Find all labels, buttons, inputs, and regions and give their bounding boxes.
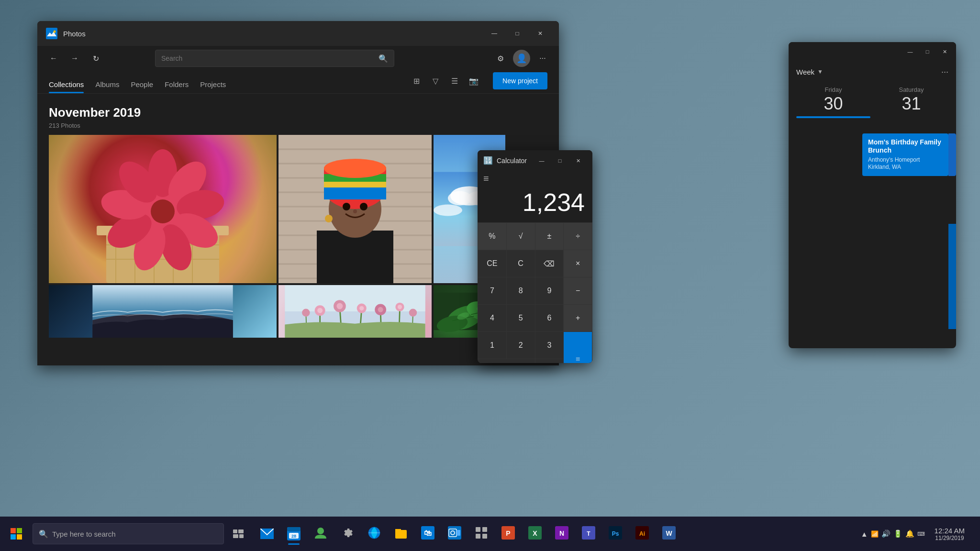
photo-cell-woman[interactable]: [278, 135, 432, 283]
calc-2-button[interactable]: 2: [507, 332, 535, 359]
calc-0-button[interactable]: 0: [478, 359, 535, 363]
calendar-minimize-button[interactable]: —: [902, 46, 918, 57]
calc-divide-button[interactable]: ÷: [564, 223, 592, 250]
svg-rect-57: [285, 285, 425, 311]
svg-point-105: [451, 531, 454, 534]
taskbar-app-excel[interactable]: X: [523, 521, 547, 546]
svg-text:Ps: Ps: [612, 530, 619, 537]
search-icon[interactable]: 🔍: [379, 54, 388, 63]
week-selector[interactable]: Week ▼: [796, 68, 823, 76]
battery-icon[interactable]: 🔋: [893, 529, 902, 538]
taskbar-app-people[interactable]: [308, 521, 333, 546]
calc-multiply-button[interactable]: ×: [564, 250, 592, 277]
wifi-icon[interactable]: 📶: [871, 530, 879, 538]
taskbar-search[interactable]: 🔍 Type here to search: [33, 523, 224, 544]
calc-6-button[interactable]: 6: [535, 305, 564, 331]
start-button[interactable]: [4, 521, 29, 546]
event-title: Mom's Birthday Family Brunch: [868, 138, 943, 154]
calc-decimal-button[interactable]: .: [535, 359, 564, 363]
calc-1-button[interactable]: 1: [478, 332, 506, 359]
new-project-button[interactable]: New project: [493, 72, 547, 89]
calculator-close-button[interactable]: ✕: [569, 154, 587, 167]
photos-maximize-button[interactable]: □: [506, 26, 528, 41]
tab-folders[interactable]: Folders: [165, 80, 189, 93]
calc-sqrt-button[interactable]: √: [507, 223, 535, 250]
taskbar-app-mail[interactable]: [255, 521, 279, 546]
camera-button[interactable]: 📷: [466, 73, 481, 88]
calc-ce-button[interactable]: CE: [478, 250, 506, 277]
calc-9-button[interactable]: 9: [535, 277, 564, 304]
taskbar-app-outlook[interactable]: [442, 521, 467, 546]
taskbar-app-calendar[interactable]: 28: [281, 521, 306, 546]
calc-5-button[interactable]: 5: [507, 305, 535, 331]
calendar-more-button[interactable]: ···: [941, 67, 948, 77]
svg-rect-91: [287, 527, 301, 531]
tab-projects[interactable]: Projects: [200, 80, 226, 93]
taskbar-app-word[interactable]: W: [657, 521, 681, 546]
filter-button[interactable]: ▽: [428, 73, 443, 88]
calc-percent-button[interactable]: %: [478, 223, 506, 250]
calc-7-button[interactable]: 7: [478, 277, 506, 304]
tab-collections[interactable]: Collections: [49, 80, 84, 93]
svg-text:28: 28: [291, 534, 296, 539]
pink-flowers-photo: [278, 285, 432, 338]
powerpoint-icon: P: [501, 526, 515, 541]
calc-3-button[interactable]: 3: [535, 332, 564, 359]
calendar-maximize-button[interactable]: □: [920, 46, 935, 57]
store-icon: 🛍: [421, 526, 434, 541]
calculator-menu-button[interactable]: ≡: [478, 171, 592, 186]
taskbar-app-photoshop[interactable]: Ps: [603, 521, 628, 546]
more-options-button[interactable]: ···: [534, 50, 551, 67]
grid-view-button[interactable]: ⊞: [409, 73, 424, 88]
photos-minimize-button[interactable]: —: [483, 26, 505, 41]
user-avatar[interactable]: 👤: [513, 50, 530, 67]
tab-people[interactable]: People: [131, 80, 153, 93]
view-controls: ⊞ ▽ ☰ 📷 New project: [409, 72, 547, 93]
list-view-button[interactable]: ☰: [447, 73, 462, 88]
taskbar-app-onenote[interactable]: N: [549, 521, 574, 546]
photo-cell-pink-flowers[interactable]: [278, 285, 432, 338]
volume-icon[interactable]: 🔊: [881, 529, 891, 538]
photo-cell-ocean[interactable]: [49, 285, 277, 338]
photos-close-button[interactable]: ✕: [529, 26, 551, 41]
apps-grid-icon: [475, 526, 488, 541]
taskbar-app-browser[interactable]: [362, 521, 387, 546]
photo-cell-flowers[interactable]: [49, 135, 277, 283]
show-desktop-button[interactable]: [970, 521, 976, 546]
notifications-icon[interactable]: 🔔: [905, 529, 914, 538]
calc-add-button[interactable]: +: [564, 305, 592, 331]
calculator-minimize-button[interactable]: —: [533, 154, 550, 167]
taskbar-app-teams[interactable]: T: [576, 521, 601, 546]
calc-plusminus-button[interactable]: ±: [535, 223, 564, 250]
friday-label: Friday: [796, 86, 870, 93]
calendar-close-button[interactable]: ✕: [937, 46, 952, 57]
tab-albums[interactable]: Albums: [95, 80, 119, 93]
flower-photo: [49, 135, 277, 283]
event-card[interactable]: Mom's Birthday Family Brunch Anthony's H…: [862, 133, 948, 176]
keyboard-icon[interactable]: ⌨: [917, 531, 925, 537]
calc-subtract-button[interactable]: −: [564, 277, 592, 304]
calc-clear-button[interactable]: C: [507, 250, 535, 277]
taskbar-app-explorer[interactable]: [389, 521, 413, 546]
search-bar[interactable]: 🔍: [155, 50, 394, 67]
calc-4-button[interactable]: 4: [478, 305, 506, 331]
refresh-button[interactable]: ↻: [87, 50, 104, 67]
back-button[interactable]: ←: [45, 50, 62, 67]
network-icon[interactable]: ▲: [861, 530, 868, 538]
svg-rect-108: [482, 527, 487, 532]
windows-logo-icon: [11, 528, 22, 540]
search-input[interactable]: [161, 55, 379, 62]
taskbar-app-apps-grid[interactable]: [469, 521, 494, 546]
calc-equals-button[interactable]: =: [564, 332, 592, 363]
calc-backspace-button[interactable]: ⌫: [535, 250, 564, 277]
taskbar-app-powerpoint[interactable]: P: [496, 521, 521, 546]
settings-button[interactable]: ⚙: [492, 50, 509, 67]
forward-button[interactable]: →: [66, 50, 83, 67]
taskbar-app-illustrator[interactable]: Ai: [630, 521, 655, 546]
taskbar-clock[interactable]: 12:24 AM 11/29/2019: [931, 527, 969, 541]
taskbar-app-settings[interactable]: [335, 521, 360, 546]
calculator-maximize-button[interactable]: □: [551, 154, 568, 167]
taskbar-app-store[interactable]: 🛍: [415, 521, 440, 546]
task-view-button[interactable]: [228, 523, 249, 544]
calc-8-button[interactable]: 8: [507, 277, 535, 304]
